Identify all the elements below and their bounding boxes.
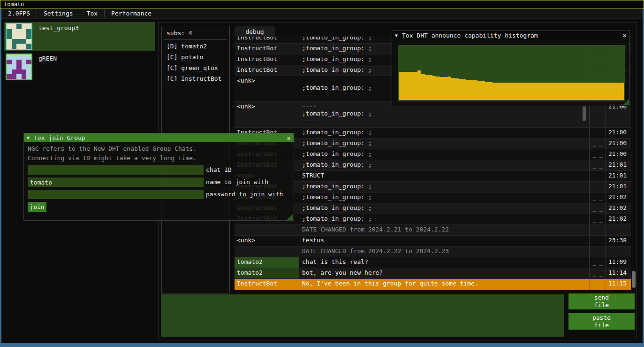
join-info-line: NGC refers to the New DHT enabled Group … bbox=[28, 145, 197, 152]
message-row: tomato2bot, are you new here?_ _11:14 bbox=[235, 268, 631, 279]
os-titlebar[interactable]: tomato bbox=[0, 0, 644, 8]
message-row: tomato2chat is this real?_ _11:09 bbox=[235, 257, 631, 268]
histogram-bar bbox=[541, 83, 545, 100]
message-time: 11:09 bbox=[606, 257, 631, 268]
histogram-bar bbox=[545, 83, 549, 100]
message-time: 21:00 bbox=[606, 139, 631, 149]
menu-item-tox[interactable]: Tox bbox=[80, 8, 104, 18]
message-cell: ;tomato_in_group: ; bbox=[299, 160, 589, 170]
histogram-bar bbox=[511, 83, 515, 100]
sidebar-item-green[interactable]: gREEN bbox=[4, 53, 155, 81]
avatar-pixel bbox=[22, 74, 27, 79]
avatar-pixel bbox=[7, 54, 12, 60]
sender-cell: <unk> bbox=[235, 102, 299, 127]
histogram-bar bbox=[504, 83, 508, 100]
member-item[interactable]: [C] InstructBot bbox=[162, 74, 229, 85]
join-field-chat-ID[interactable] bbox=[28, 165, 204, 175]
histogram-bar bbox=[515, 83, 519, 100]
histogram-bar bbox=[477, 81, 481, 100]
histogram-bar bbox=[571, 83, 575, 100]
paste-file-button[interactable]: paste file bbox=[568, 313, 635, 330]
histogram-bar bbox=[586, 83, 590, 100]
group-avatar bbox=[6, 23, 32, 50]
message-flags: _ _ bbox=[589, 203, 606, 214]
menu-item-performance[interactable]: Performance bbox=[105, 8, 158, 18]
avatar-pixel bbox=[16, 54, 22, 60]
avatar-pixel bbox=[22, 34, 27, 39]
window-border-bottom bbox=[0, 343, 644, 347]
message-cell: testus bbox=[299, 236, 589, 246]
join-field-name-to-join-with[interactable] bbox=[28, 177, 204, 187]
avatar-pixel bbox=[7, 34, 12, 39]
message-cell: ;tomato_in_group: ; bbox=[299, 193, 589, 203]
histogram-bar bbox=[432, 76, 436, 100]
histogram-window: ▼ Tox DHT announce capability histogram … bbox=[392, 30, 630, 106]
histogram-bar bbox=[594, 83, 598, 100]
avatar-pixel bbox=[26, 74, 31, 79]
histogram-bar bbox=[496, 83, 500, 100]
avatar-pixel bbox=[26, 64, 31, 69]
histogram-bar bbox=[538, 83, 541, 100]
join-button[interactable]: join bbox=[28, 202, 46, 212]
sender-cell: tomato2 bbox=[235, 257, 299, 268]
message-flags: _ _ bbox=[589, 149, 606, 160]
histogram-bar bbox=[534, 83, 538, 100]
histogram-bar bbox=[474, 80, 477, 100]
close-icon[interactable]: ✕ bbox=[623, 31, 627, 39]
avatar-pixel bbox=[16, 69, 22, 75]
message-input[interactable] bbox=[161, 294, 564, 337]
histogram-plot bbox=[398, 45, 625, 101]
member-item[interactable]: [C] potato bbox=[162, 53, 229, 63]
message-time: 21:02 bbox=[606, 193, 631, 203]
join-field-password-to-join-with[interactable] bbox=[28, 190, 204, 199]
histogram-bar bbox=[429, 75, 432, 100]
resize-grip[interactable] bbox=[287, 214, 293, 220]
histogram-bar bbox=[492, 83, 496, 100]
avatar-pixel bbox=[12, 69, 17, 75]
avatar-pixel bbox=[7, 44, 12, 49]
member-item[interactable]: [D] tomato2 bbox=[162, 42, 229, 53]
send-file-button[interactable]: send file bbox=[568, 293, 635, 309]
close-icon[interactable]: ✕ bbox=[287, 134, 291, 142]
avatar-pixel bbox=[22, 44, 27, 49]
avatar-pixel bbox=[22, 60, 27, 65]
collapse-triangle-icon[interactable]: ▼ bbox=[395, 33, 398, 38]
histogram-window-title: Tox DHT announce capability histogram bbox=[402, 32, 538, 39]
message-cell-scrollbar[interactable] bbox=[583, 106, 586, 121]
message-flags bbox=[589, 247, 606, 257]
sidebar-item-test_group3[interactable]: test_group3 bbox=[4, 22, 155, 51]
message-flags bbox=[589, 225, 606, 235]
message-flags: d _ bbox=[589, 279, 606, 290]
histogram-window-titlebar[interactable]: ▼ Tox DHT announce capability histogram … bbox=[392, 31, 629, 40]
avatar-pixel bbox=[12, 54, 17, 60]
histogram-bar bbox=[579, 83, 583, 100]
avatar-pixel bbox=[7, 74, 12, 79]
join-dialog-titlebar[interactable]: ▼ Tox join Group ✕ bbox=[24, 133, 294, 142]
histogram-bar bbox=[556, 83, 560, 100]
message-time: 21:00 bbox=[606, 128, 631, 138]
resize-grip[interactable] bbox=[623, 99, 629, 105]
avatar-pixel bbox=[26, 24, 31, 29]
histogram-bar bbox=[609, 83, 613, 100]
message-flags: _ _ bbox=[589, 268, 606, 278]
collapse-triangle-icon[interactable]: ▼ bbox=[27, 135, 30, 140]
menu-item-2-0fps[interactable]: 2.0FPS bbox=[1, 8, 37, 18]
chat-scrollbar[interactable] bbox=[632, 271, 636, 288]
avatar-pixel bbox=[7, 64, 12, 69]
histogram-bar bbox=[447, 77, 451, 100]
histogram-bar bbox=[500, 83, 504, 100]
avatar-pixel bbox=[16, 60, 22, 65]
message-flags: _ _ bbox=[589, 193, 606, 203]
histogram-bar bbox=[489, 82, 492, 100]
message-cell: STRUCT bbox=[299, 171, 589, 181]
avatar-pixel bbox=[16, 64, 22, 69]
date-changed-row: DATE CHANGED from 2024.2.22 to 2024.2.23 bbox=[235, 247, 631, 257]
avatar-pixel bbox=[26, 29, 31, 34]
message-time bbox=[606, 225, 631, 235]
menu-item-settings[interactable]: Settings bbox=[37, 8, 80, 18]
avatar-pixel bbox=[22, 39, 27, 44]
histogram-bar bbox=[421, 74, 425, 100]
tab-debug[interactable]: debug bbox=[235, 26, 275, 37]
message-row: <unk>testus_ _23:38 bbox=[235, 236, 631, 247]
member-item[interactable]: [C] green_qtox bbox=[162, 63, 229, 74]
